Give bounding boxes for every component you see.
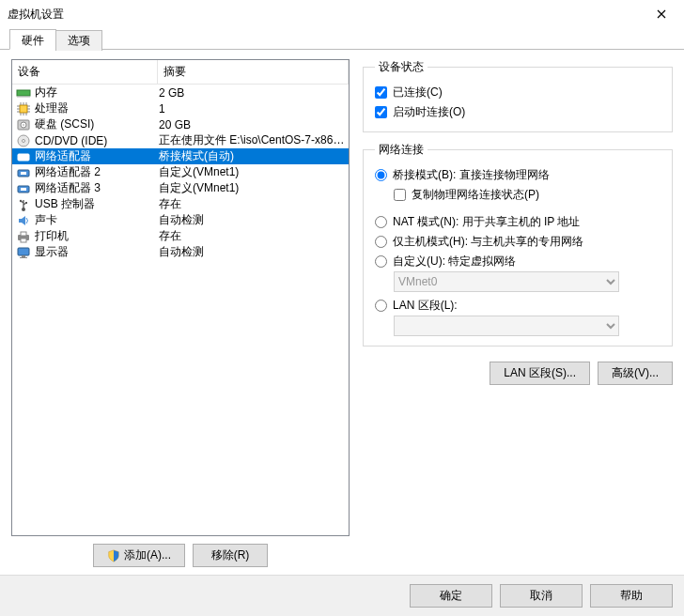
lanseg-radio[interactable] <box>375 300 387 312</box>
network-connection-group: 网络连接 桥接模式(B): 直接连接物理网络 复制物理网络连接状态(P) NAT… <box>363 142 673 346</box>
device-name: 处理器 <box>35 100 159 116</box>
svg-rect-0 <box>17 90 30 96</box>
device-row[interactable]: 处理器1 <box>12 100 349 116</box>
close-button[interactable] <box>643 1 680 27</box>
list-body: 内存2 GB处理器1硬盘 (SCSI)20 GBCD/DVD (IDE)正在使用… <box>12 85 349 535</box>
svg-rect-12 <box>21 188 26 191</box>
col-device[interactable]: 设备 <box>12 60 158 85</box>
memory-icon <box>16 85 31 100</box>
device-name: 打印机 <box>35 228 159 244</box>
device-summary: 桥接模式(自动) <box>159 148 345 164</box>
connect-at-power-checkbox[interactable] <box>375 106 387 118</box>
left-buttons: 添加(A)... 移除(R) <box>11 536 350 567</box>
tab-hardware[interactable]: 硬件 <box>9 29 56 50</box>
device-name: 网络适配器 2 <box>35 164 159 180</box>
hostonly-radio[interactable] <box>375 236 387 248</box>
device-summary: 自定义(VMnet1) <box>159 180 345 196</box>
remove-button[interactable]: 移除(R) <box>193 544 268 567</box>
svg-point-6 <box>23 139 25 142</box>
device-summary: 存在 <box>159 228 345 244</box>
cd-icon <box>16 133 31 148</box>
device-name: 显示器 <box>35 244 159 260</box>
connect-at-power-label[interactable]: 启动时连接(O) <box>393 104 465 120</box>
replicate-checkbox[interactable] <box>394 189 406 201</box>
net-icon <box>16 165 31 180</box>
replicate-row: 复制物理网络连接状态(P) <box>394 185 661 205</box>
advanced-button[interactable]: 高级(V)... <box>598 362 673 385</box>
device-row[interactable]: 网络适配器 3自定义(VMnet1) <box>12 180 349 196</box>
col-summary[interactable]: 摘要 <box>158 60 349 85</box>
net-icon <box>16 149 31 164</box>
tab-options[interactable]: 选项 <box>55 30 102 51</box>
custom-label[interactable]: 自定义(U): 特定虚拟网络 <box>393 254 516 270</box>
remove-button-label: 移除(R) <box>211 547 250 563</box>
hdd-icon <box>16 117 31 132</box>
device-row[interactable]: 内存2 GB <box>12 85 349 100</box>
cpu-icon <box>16 101 31 116</box>
ok-button[interactable]: 确定 <box>410 584 492 608</box>
lan-segments-label: LAN 区段(S)... <box>504 365 576 381</box>
tabstrip: 硬件 选项 <box>0 28 684 50</box>
svg-point-4 <box>23 124 24 126</box>
device-summary: 自定义(VMnet1) <box>159 164 345 180</box>
device-status-legend: 设备状态 <box>375 59 428 75</box>
lan-segments-button[interactable]: LAN 区段(S)... <box>490 362 590 385</box>
help-button[interactable]: 帮助 <box>590 584 673 608</box>
add-button[interactable]: 添加(A)... <box>93 544 185 567</box>
device-name: 网络适配器 <box>35 148 159 164</box>
custom-radio[interactable] <box>375 255 387 268</box>
device-row[interactable]: 显示器自动检测 <box>12 244 349 260</box>
lanseg-select[interactable] <box>394 316 619 336</box>
window-title: 虚拟机设置 <box>8 7 64 23</box>
nat-label[interactable]: NAT 模式(N): 用于共享主机的 IP 地址 <box>393 214 580 230</box>
device-summary: 自动检测 <box>159 244 345 260</box>
cancel-button[interactable]: 取消 <box>500 584 583 608</box>
connected-label[interactable]: 已连接(C) <box>393 85 443 100</box>
usb-icon <box>16 197 31 212</box>
device-name: USB 控制器 <box>35 196 159 212</box>
device-list: 设备 摘要 内存2 GB处理器1硬盘 (SCSI)20 GBCD/DVD (ID… <box>11 59 350 536</box>
bridged-label[interactable]: 桥接模式(B): 直接连接物理网络 <box>393 167 550 183</box>
connect-at-power-row: 启动时连接(O) <box>375 102 661 122</box>
device-summary: 2 GB <box>159 86 345 100</box>
device-name: CD/DVD (IDE) <box>35 134 159 147</box>
device-row[interactable]: USB 控制器存在 <box>12 196 349 212</box>
lanseg-label[interactable]: LAN 区段(L): <box>393 298 458 314</box>
svg-rect-18 <box>21 239 26 242</box>
device-row[interactable]: 硬盘 (SCSI)20 GB <box>12 116 349 132</box>
connected-row: 已连接(C) <box>375 83 661 102</box>
device-row[interactable]: 打印机存在 <box>12 228 349 244</box>
ok-label: 确定 <box>440 588 462 604</box>
content-area: 设备 摘要 内存2 GB处理器1硬盘 (SCSI)20 GBCD/DVD (ID… <box>0 50 684 575</box>
device-summary: 自动检测 <box>159 212 345 228</box>
nat-radio[interactable] <box>375 216 387 228</box>
svg-rect-20 <box>22 255 25 257</box>
device-name: 声卡 <box>35 212 159 228</box>
replicate-label[interactable]: 复制物理网络连接状态(P) <box>412 187 539 203</box>
device-row[interactable]: 网络适配器桥接模式(自动) <box>12 148 349 164</box>
device-row[interactable]: CD/DVD (IDE)正在使用文件 E:\iso\CentOS-7-x86_.… <box>12 132 349 148</box>
svg-point-14 <box>20 199 22 201</box>
bridged-radio[interactable] <box>375 169 387 181</box>
device-summary: 存在 <box>159 196 345 212</box>
device-row[interactable]: 网络适配器 2自定义(VMnet1) <box>12 164 349 180</box>
close-icon <box>657 9 666 19</box>
connected-checkbox[interactable] <box>375 86 387 99</box>
device-summary: 20 GB <box>159 118 345 131</box>
tab-options-label: 选项 <box>68 34 90 47</box>
help-label: 帮助 <box>620 588 643 604</box>
titlebar: 虚拟机设置 <box>0 0 684 28</box>
display-icon <box>16 245 31 260</box>
lanseg-select-wrap <box>394 316 661 336</box>
device-row[interactable]: 声卡自动检测 <box>12 212 349 228</box>
hostonly-row: 仅主机模式(H): 与主机共享的专用网络 <box>375 232 661 252</box>
left-panel: 设备 摘要 内存2 GB处理器1硬盘 (SCSI)20 GBCD/DVD (ID… <box>11 59 350 567</box>
net-icon <box>16 181 31 196</box>
add-button-label: 添加(A)... <box>124 547 171 563</box>
custom-vmnet-select[interactable]: VMnet0 <box>394 271 619 292</box>
svg-rect-21 <box>20 257 27 258</box>
svg-rect-10 <box>21 172 26 175</box>
hostonly-label[interactable]: 仅主机模式(H): 与主机共享的专用网络 <box>393 234 583 250</box>
device-status-group: 设备状态 已连接(C) 启动时连接(O) <box>363 59 673 132</box>
list-header: 设备 摘要 <box>12 60 349 85</box>
